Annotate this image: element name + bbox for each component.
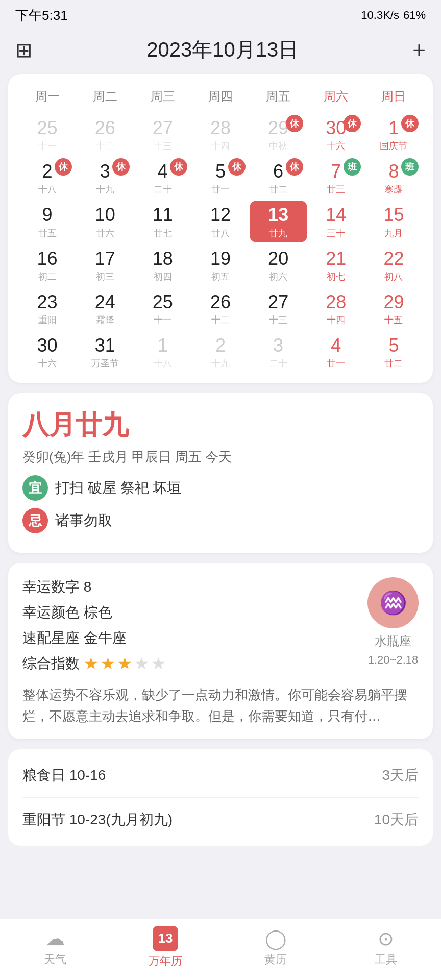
day-badge: 休 bbox=[112, 158, 130, 176]
calendar-day[interactable]: 17初三 bbox=[76, 244, 134, 286]
calendar-day[interactable]: 休4二十 bbox=[134, 157, 191, 199]
calendar-day[interactable]: 29十五 bbox=[365, 288, 423, 329]
day-number: 13 bbox=[268, 204, 288, 226]
event-days: 10天后 bbox=[374, 810, 419, 829]
calendar-day[interactable]: 3二十 bbox=[250, 331, 307, 373]
week-header-row: 周一周二周三周四周五周六周日 bbox=[18, 84, 423, 109]
app-header: ⊞ 2023年10月13日 + bbox=[0, 31, 441, 74]
day-lunar: 廿三 bbox=[327, 183, 345, 195]
calendar-day[interactable]: 20初六 bbox=[250, 244, 307, 286]
nav-item-万年历[interactable]: 13万年历 bbox=[110, 926, 220, 969]
calendar-grid-icon[interactable]: ⊞ bbox=[15, 38, 33, 62]
day-number: 27 bbox=[153, 117, 173, 139]
nav-item-黄历[interactable]: ◯黄历 bbox=[220, 927, 331, 967]
day-badge: 休 bbox=[286, 158, 303, 176]
calendar-day[interactable]: 休6廿二 bbox=[250, 157, 307, 199]
calendar-day[interactable]: 休3十九 bbox=[76, 157, 134, 199]
day-number: 25 bbox=[153, 291, 173, 313]
calendar-card: 周一周二周三周四周五周六周日 25十一26十二27十三28十四休29中秋休30十… bbox=[8, 74, 433, 383]
calendar-day[interactable]: 11廿七 bbox=[134, 201, 191, 242]
day-badge: 休 bbox=[55, 158, 72, 176]
calendar-day[interactable]: 26十二 bbox=[191, 288, 249, 329]
day-number: 20 bbox=[268, 248, 288, 270]
calendar-day[interactable]: 25十一 bbox=[18, 114, 76, 155]
calendar-day[interactable]: 31万圣节 bbox=[76, 331, 134, 373]
calendar-day[interactable]: 19初五 bbox=[191, 244, 249, 286]
day-lunar: 十四 bbox=[327, 314, 345, 326]
day-number: 17 bbox=[95, 248, 115, 270]
calendar-day[interactable]: 休29中秋 bbox=[250, 114, 307, 155]
calendar-day[interactable]: 13廿九 bbox=[250, 201, 307, 242]
day-number: 23 bbox=[37, 291, 58, 313]
nav-label-工具: 工具 bbox=[375, 952, 397, 967]
battery: 61% bbox=[403, 9, 426, 22]
day-number: 1 bbox=[158, 334, 168, 356]
day-badge: 休 bbox=[344, 115, 361, 132]
ji-icon: 忌 bbox=[22, 508, 48, 533]
day-lunar: 初八 bbox=[384, 271, 403, 283]
calendar-day[interactable]: 9廿五 bbox=[18, 201, 76, 242]
calendar-day[interactable]: 27十三 bbox=[134, 114, 191, 155]
calendar-day[interactable]: 休30十六 bbox=[307, 114, 365, 155]
day-number: 14 bbox=[326, 204, 346, 226]
day-lunar: 十四 bbox=[211, 140, 230, 152]
calendar-day[interactable]: 1十八 bbox=[134, 331, 191, 373]
day-lunar: 十一 bbox=[154, 314, 172, 326]
calendar-day[interactable]: 23重阳 bbox=[18, 288, 76, 329]
calendar-day[interactable]: 10廿六 bbox=[76, 201, 134, 242]
calendar-day[interactable]: 15九月 bbox=[365, 201, 423, 242]
fortune-desc: 整体运势不容乐观，缺少了一点动力和激情。你可能会容易躺平摆烂，不愿意主动去追求和… bbox=[22, 684, 419, 727]
day-lunar: 国庆节 bbox=[380, 140, 407, 152]
day-lunar: 廿二 bbox=[384, 357, 403, 370]
calendar-day[interactable]: 4廿一 bbox=[307, 331, 365, 373]
calendar-day[interactable]: 28十四 bbox=[307, 288, 365, 329]
calendar-day[interactable]: 22初八 bbox=[365, 244, 423, 286]
calendar-day[interactable]: 休5廿一 bbox=[191, 157, 249, 199]
calendar-day[interactable]: 24霜降 bbox=[76, 288, 134, 329]
day-lunar: 十八 bbox=[38, 183, 57, 195]
nav-icon-天气: ☁ bbox=[45, 927, 65, 950]
calendar-day[interactable]: 27十三 bbox=[250, 288, 307, 329]
nav-label-黄历: 黄历 bbox=[264, 952, 287, 967]
calendar-day[interactable]: 21初七 bbox=[307, 244, 365, 286]
calendar-day[interactable]: 18初四 bbox=[134, 244, 191, 286]
calendar-day[interactable]: 30十六 bbox=[18, 331, 76, 373]
nav-item-工具[interactable]: ⊙工具 bbox=[331, 927, 441, 967]
calendar-day[interactable]: 26十二 bbox=[76, 114, 134, 155]
nav-icon-黄历: ◯ bbox=[265, 927, 287, 950]
calendar-day[interactable]: 28十四 bbox=[191, 114, 249, 155]
day-lunar: 十三 bbox=[269, 314, 287, 326]
day-lunar: 万圣节 bbox=[91, 357, 119, 370]
calendar-day[interactable]: 5廿二 bbox=[365, 331, 423, 373]
day-lunar: 三十 bbox=[327, 227, 345, 239]
add-event-button[interactable]: + bbox=[412, 37, 426, 63]
week-header-周四: 周四 bbox=[191, 84, 249, 109]
day-number: 29 bbox=[383, 291, 404, 313]
calendar-day[interactable]: 休2十八 bbox=[18, 157, 76, 199]
calendar-day[interactable]: 休1国庆节 bbox=[365, 114, 423, 155]
fortune-section: 幸运数字 8 幸运颜色 棕色 速配星座 金牛座 综合指数 ★★★★★ ♒ 水瓶座… bbox=[8, 563, 433, 739]
calendar-day[interactable]: 12廿八 bbox=[191, 201, 249, 242]
day-number: 3 bbox=[100, 160, 110, 182]
ji-row: 忌 诸事勿取 bbox=[22, 508, 419, 533]
day-number: 4 bbox=[158, 160, 168, 182]
calendar-day[interactable]: 14三十 bbox=[307, 201, 365, 242]
zodiac-circle: ♒ bbox=[368, 577, 419, 628]
star-3: ★ bbox=[117, 654, 132, 673]
calendar-day[interactable]: 25十一 bbox=[134, 288, 191, 329]
calendar-day[interactable]: 16初二 bbox=[18, 244, 76, 286]
event-row: 重阳节 10-23(九月初九)10天后 bbox=[22, 798, 419, 842]
status-right: 10.3K/s 61% bbox=[361, 9, 426, 22]
stars: ★★★★★ bbox=[84, 654, 166, 673]
nav-icon-工具: ⊙ bbox=[378, 927, 394, 950]
week-header-周一: 周一 bbox=[18, 84, 76, 109]
day-lunar: 十八 bbox=[154, 357, 172, 370]
day-lunar: 廿一 bbox=[211, 183, 230, 195]
day-number: 24 bbox=[95, 291, 115, 313]
calendar-day[interactable]: 班7廿三 bbox=[307, 157, 365, 199]
calendar-day[interactable]: 2十九 bbox=[191, 331, 249, 373]
day-number: 4 bbox=[331, 334, 341, 356]
calendar-day[interactable]: 班8寒露 bbox=[365, 157, 423, 199]
day-lunar: 霜降 bbox=[96, 314, 114, 326]
nav-item-天气[interactable]: ☁天气 bbox=[0, 927, 110, 967]
